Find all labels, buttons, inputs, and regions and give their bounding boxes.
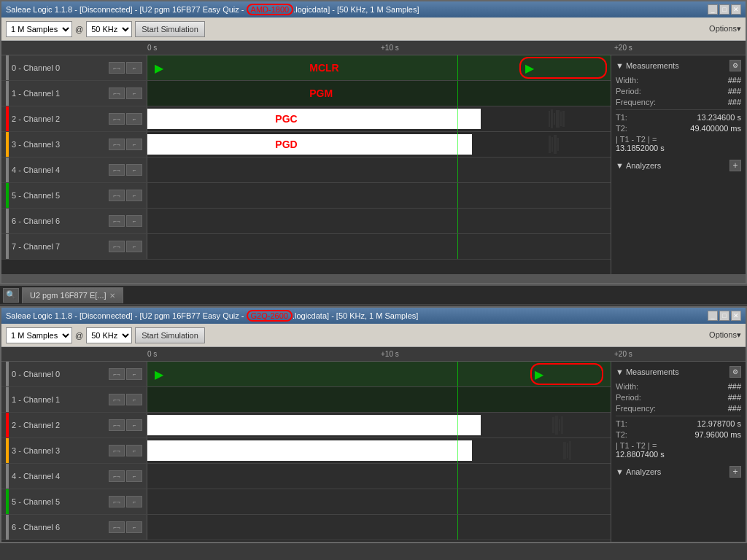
add-analyzer-button-1[interactable]: + xyxy=(729,160,741,171)
meas-row-freq-1: Frequency: ### xyxy=(616,98,741,106)
ch-icon-w2-6[interactable]: ⌐ xyxy=(126,419,142,431)
channel-wave-6[interactable] xyxy=(147,209,611,233)
width-label-1: Width: xyxy=(616,76,638,85)
ch3-signal-bars-w2 xyxy=(563,440,607,461)
ch-icon-w2-12[interactable]: ⌐ xyxy=(126,496,142,508)
window-1: Saleae Logic 1.1.8 - [Disconnected] - [U… xyxy=(0,0,747,284)
ch-icon-w2-2[interactable]: ⌐ xyxy=(126,368,142,380)
channel-wave-7[interactable] xyxy=(147,234,611,259)
pgd-signal-bars xyxy=(549,134,607,155)
samples-select-2[interactable]: 1 M Samples xyxy=(6,327,72,343)
channel-name-3: 3 - Channel 3 xyxy=(12,140,60,149)
start-simulation-button-2[interactable]: Start Simulation xyxy=(135,327,205,343)
ch-icon-11[interactable]: ⌐¬ xyxy=(109,190,125,201)
channel-label-w2-4: 4 - Channel 4 ⌐¬ ⌐ xyxy=(1,464,147,489)
options-button-2[interactable]: Options▾ xyxy=(709,330,741,340)
ch-icon-w2-1[interactable]: ⌐¬ xyxy=(109,368,125,380)
channel-wave-0[interactable]: ▶ MCLR ▶ xyxy=(147,55,611,80)
tab-search-button[interactable]: 🔍 xyxy=(3,288,19,303)
ch-icon-1[interactable]: ⌐¬ xyxy=(109,62,125,74)
channel-name-w2-1: 1 - Channel 1 xyxy=(12,395,60,404)
gear-button-2[interactable]: ⚙ xyxy=(729,366,741,378)
content-area-1: 0 - Channel 0 ⌐¬ ⌐ ▶ MCLR ▶ xyxy=(1,55,746,274)
cursor-line-w2-4 xyxy=(457,438,458,463)
channel-wave-w2-2[interactable] xyxy=(147,413,611,438)
ch-icon-2[interactable]: ⌐ xyxy=(126,62,142,74)
ch-icon-w2-11[interactable]: ⌐¬ xyxy=(109,496,125,508)
channel-color-bar xyxy=(6,158,9,182)
channel-label-w2-0: 0 - Channel 0 ⌐¬ ⌐ xyxy=(1,362,147,386)
maximize-button-2[interactable]: □ xyxy=(719,311,729,321)
channel-wave-w2-6[interactable] xyxy=(147,515,611,540)
t1-value-2: 12.978700 s xyxy=(697,419,741,428)
ch-icon-w2-8[interactable]: ⌐ xyxy=(126,445,142,456)
ch-icon-12[interactable]: ⌐ xyxy=(126,190,142,201)
ch-icon-5[interactable]: ⌐¬ xyxy=(109,113,125,125)
cursor-line-3 xyxy=(457,106,458,131)
t1-label-1: T1: xyxy=(616,113,627,122)
tab-close-button[interactable]: ✕ xyxy=(109,292,115,300)
tab-u2pgm[interactable]: U2 pgm 16F877 E[...] ✕ xyxy=(22,287,123,303)
analyzers-header-2: ▼ Analyzers + xyxy=(616,466,741,478)
ch-icon-w2-3[interactable]: ⌐¬ xyxy=(109,394,125,405)
samples-select-1[interactable]: 1 M Samples xyxy=(6,21,72,37)
channel-wave-w2-0[interactable]: ▶ ▶ xyxy=(147,362,611,386)
maximize-button[interactable]: □ xyxy=(719,4,729,15)
ch-icon-8[interactable]: ⌐ xyxy=(126,139,142,150)
channel-wave-1[interactable]: PGM xyxy=(147,81,611,106)
frequency-select-1[interactable]: 50 KHz xyxy=(86,21,132,37)
options-button-1[interactable]: Options▾ xyxy=(709,24,741,34)
channel-color-bar xyxy=(6,81,9,106)
meas-row-tdiff-1: | T1 - T2 | = 13.1852000 s xyxy=(616,135,741,152)
play-marker-0: ▶ xyxy=(155,61,163,75)
ch-icon-16[interactable]: ⌐ xyxy=(126,241,142,252)
channel-wave-w2-1[interactable] xyxy=(147,387,611,412)
ch-icon-w2-5[interactable]: ⌐¬ xyxy=(109,419,125,431)
ch-icon-w2-14[interactable]: ⌐ xyxy=(126,521,142,533)
channel-label-w2-5: 5 - Channel 5 ⌐¬ ⌐ xyxy=(1,489,147,514)
ch-icon-9[interactable]: ⌐¬ xyxy=(109,164,125,176)
meas-row-period-1: Period: ### xyxy=(616,87,741,96)
ch-icon-14[interactable]: ⌐ xyxy=(126,215,142,227)
channel-wave-4[interactable] xyxy=(147,158,611,182)
channel-wave-w2-5[interactable] xyxy=(147,489,611,514)
ch-icon-w2-7[interactable]: ⌐¬ xyxy=(109,445,125,456)
signal-label-pgd: PGD xyxy=(275,139,297,150)
width-label-2: Width: xyxy=(616,382,638,391)
channel-wave-3[interactable]: PGD xyxy=(147,132,611,157)
channel-wave-w2-4[interactable] xyxy=(147,464,611,489)
channel-label-w2-6: 6 - Channel 6 ⌐¬ ⌐ xyxy=(1,515,147,540)
channel-wave-w2-3[interactable] xyxy=(147,438,611,463)
ch-icon-w2-4[interactable]: ⌐ xyxy=(126,394,142,405)
channel-wave-5[interactable] xyxy=(147,183,611,208)
ruler-t20-1: +20 s xyxy=(614,44,632,52)
close-button-2[interactable]: ✕ xyxy=(731,311,741,321)
ch-icon-15[interactable]: ⌐¬ xyxy=(109,241,125,252)
ch2-wave-fill-w2 xyxy=(147,415,481,435)
close-button[interactable]: ✕ xyxy=(731,4,741,15)
ch-icon-4[interactable]: ⌐ xyxy=(126,88,142,99)
h-scrollbar-1[interactable] xyxy=(1,274,746,283)
ch-icon-6[interactable]: ⌐ xyxy=(126,113,142,125)
ch-icon-w2-9[interactable]: ⌐¬ xyxy=(109,470,125,482)
minimize-button-2[interactable]: _ xyxy=(708,311,718,321)
t2-value-2: 97.96000 ms xyxy=(694,430,741,439)
meas-row-t2-1: T2: 49.400000 ms xyxy=(616,124,741,133)
table-row: 2 - Channel 2 ⌐¬ ⌐ xyxy=(1,413,611,438)
ch-icon-13[interactable]: ⌐¬ xyxy=(109,215,125,227)
ch-icon-3[interactable]: ⌐¬ xyxy=(109,88,125,99)
frequency-select-2[interactable]: 50 KHz xyxy=(86,327,132,343)
ch-icon-w2-10[interactable]: ⌐ xyxy=(126,470,142,482)
gear-button-1[interactable]: ⚙ xyxy=(729,60,741,71)
add-analyzer-button-2[interactable]: + xyxy=(729,466,741,478)
minimize-button[interactable]: _ xyxy=(708,4,718,15)
channel-name-1: 1 - Channel 1 xyxy=(12,89,60,98)
ch-icon-10[interactable]: ⌐ xyxy=(126,164,142,176)
amd-highlight: AMD-1800 xyxy=(247,4,294,15)
channel-label-6: 6 - Channel 6 ⌐¬ ⌐ xyxy=(1,209,147,233)
channel-wave-2[interactable]: PGC xyxy=(147,106,611,131)
signal-label-mclr: MCLR xyxy=(309,62,338,74)
start-simulation-button-1[interactable]: Start Simulation xyxy=(135,21,205,37)
ch-icon-w2-13[interactable]: ⌐¬ xyxy=(109,521,125,533)
ch-icon-7[interactable]: ⌐¬ xyxy=(109,139,125,150)
